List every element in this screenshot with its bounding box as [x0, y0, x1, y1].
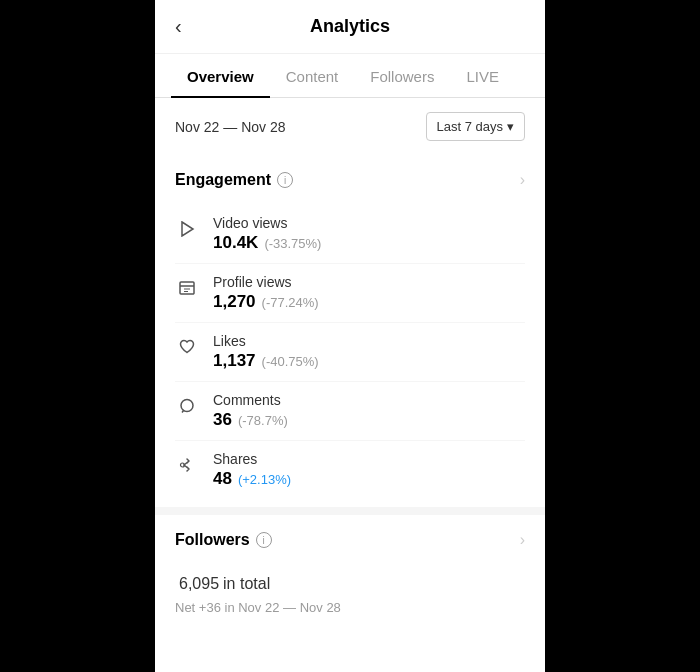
followers-title: Followers	[175, 531, 250, 549]
stat-item-profile-views: Profile views 1,270 (-77.24%)	[175, 264, 525, 323]
likes-label: Likes	[213, 333, 319, 349]
stat-item-shares: Shares 48 (+2.13%)	[175, 441, 525, 499]
svg-marker-0	[182, 222, 193, 236]
share-icon	[175, 453, 199, 477]
followers-total-label: in total	[223, 575, 270, 592]
tab-followers[interactable]: Followers	[354, 54, 450, 97]
engagement-header: Engagement i ›	[175, 171, 525, 189]
back-button[interactable]: ‹	[171, 11, 186, 42]
shares-label: Shares	[213, 451, 291, 467]
followers-title-row: Followers i	[175, 531, 272, 549]
shares-change: (+2.13%)	[238, 472, 291, 487]
play-icon	[175, 217, 199, 241]
profile-views-label: Profile views	[213, 274, 319, 290]
followers-net-label: Net +36 in Nov 22 — Nov 28	[175, 600, 525, 615]
section-divider	[155, 507, 545, 515]
comment-icon	[175, 394, 199, 418]
tab-content[interactable]: Content	[270, 54, 355, 97]
svg-point-5	[181, 400, 193, 412]
heart-icon	[175, 335, 199, 359]
followers-header: Followers i ›	[175, 531, 525, 549]
phone-frame: ‹ Analytics Overview Content Followers L…	[155, 0, 545, 672]
engagement-title: Engagement	[175, 171, 271, 189]
engagement-section: Engagement i › Video views 10.4K (-33.75…	[155, 155, 545, 507]
video-views-change: (-33.75%)	[264, 236, 321, 251]
engagement-title-row: Engagement i	[175, 171, 293, 189]
comments-label: Comments	[213, 392, 288, 408]
video-views-label: Video views	[213, 215, 321, 231]
tab-overview[interactable]: Overview	[171, 54, 270, 97]
shares-value: 48	[213, 469, 232, 489]
filter-button[interactable]: Last 7 days ▾	[426, 112, 526, 141]
stat-item-likes: Likes 1,137 (-40.75%)	[175, 323, 525, 382]
tabs-bar: Overview Content Followers LIVE	[155, 54, 545, 98]
page-title: Analytics	[310, 16, 390, 37]
header: ‹ Analytics	[155, 0, 545, 54]
followers-total-value: 6,095in total	[175, 565, 525, 596]
followers-info-icon[interactable]: i	[256, 532, 272, 548]
date-filter-row: Nov 22 — Nov 28 Last 7 days ▾	[155, 98, 545, 155]
date-range-label: Nov 22 — Nov 28	[175, 119, 286, 135]
profile-views-value: 1,270	[213, 292, 256, 312]
comments-value: 36	[213, 410, 232, 430]
engagement-info-icon[interactable]: i	[277, 172, 293, 188]
svg-rect-1	[180, 282, 194, 294]
chevron-down-icon: ▾	[507, 119, 514, 134]
tab-live[interactable]: LIVE	[450, 54, 515, 97]
profile-icon	[175, 276, 199, 300]
likes-value: 1,137	[213, 351, 256, 371]
stat-item-comments: Comments 36 (-78.7%)	[175, 382, 525, 441]
likes-change: (-40.75%)	[262, 354, 319, 369]
profile-views-change: (-77.24%)	[262, 295, 319, 310]
followers-section: Followers i › 6,095in total Net +36 in N…	[155, 515, 545, 623]
comments-change: (-78.7%)	[238, 413, 288, 428]
stat-item-video-views: Video views 10.4K (-33.75%)	[175, 205, 525, 264]
engagement-chevron-icon[interactable]: ›	[520, 171, 525, 189]
video-views-value: 10.4K	[213, 233, 258, 253]
followers-chevron-icon[interactable]: ›	[520, 531, 525, 549]
